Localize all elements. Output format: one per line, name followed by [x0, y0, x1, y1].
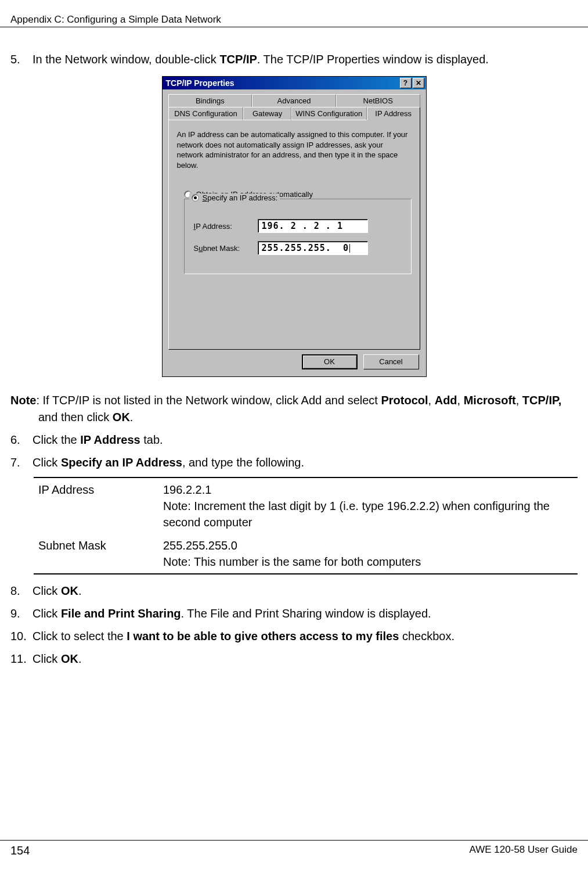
radio-specify[interactable]: Specify an IP address: — [189, 193, 280, 202]
table-row: Subnet Mask 255.255.255.0 Note: This num… — [34, 534, 578, 574]
window-title: TCP/IP Properties — [166, 78, 235, 88]
dialog-buttons: OK Cancel — [168, 350, 420, 371]
page-header: Appendix C: Configuring a Simple Data Ne… — [0, 14, 588, 30]
section-title: Appendix C: Configuring a Simple Data Ne… — [0, 14, 588, 26]
page-footer: 154 AWE 120-58 User Guide — [0, 840, 588, 857]
page-number: 154 — [10, 844, 30, 857]
step-number: 5. — [10, 51, 26, 68]
tcpip-properties-dialog: TCP/IP Properties ? ✕ Bindings Advanced … — [162, 76, 427, 377]
step-text: In the Network window, double-click TCP/… — [33, 51, 578, 68]
subnet-mask-label: Subnet Mask: — [194, 244, 258, 253]
cell-label: IP Address — [34, 477, 158, 534]
page-content: 5. In the Network window, double-click T… — [10, 51, 578, 673]
step-text: Click Specify an IP Address, and type th… — [33, 454, 578, 471]
ok-button[interactable]: OK — [302, 354, 358, 369]
step-6: 6. Click the IP Address tab. — [10, 432, 578, 448]
subnet-mask-input[interactable]: 255.255.255. 0 — [258, 241, 368, 255]
tab-panel: An IP address can be automatically assig… — [168, 120, 420, 350]
step-text: Click File and Print Sharing. The File a… — [33, 605, 578, 622]
ip-address-input[interactable]: 196. 2 . 2 . 1 — [258, 219, 368, 233]
titlebar: TCP/IP Properties ? ✕ — [163, 77, 426, 89]
note-block: Note: If TCP/IP is not listed in the Net… — [10, 392, 578, 426]
radio-label: Specify an IP address: — [203, 193, 278, 202]
step-8: 8. Click OK. — [10, 583, 578, 599]
tab-wins[interactable]: WINS Configuration — [291, 107, 367, 120]
tab-bindings[interactable]: Bindings — [168, 94, 252, 107]
step-9: 9. Click File and Print Sharing. The Fil… — [10, 605, 578, 622]
text-cursor — [349, 244, 350, 253]
step-number: 9. — [10, 605, 26, 622]
step-text: Click to select the I want to be able to… — [33, 628, 578, 645]
step-number: 8. — [10, 583, 26, 599]
close-button[interactable]: ✕ — [413, 78, 424, 88]
step-10: 10. Click to select the I want to be abl… — [10, 628, 578, 645]
tabs-row-back: Bindings Advanced NetBIOS — [168, 94, 420, 107]
header-divider — [0, 27, 588, 27]
step-number: 6. — [10, 432, 26, 448]
panel-description: An IP address can be automatically assig… — [177, 130, 412, 173]
step-number: 10. — [10, 628, 26, 645]
step-text: Click OK. — [33, 583, 578, 599]
help-button[interactable]: ? — [400, 78, 412, 88]
dialog-body: Bindings Advanced NetBIOS DNS Configurat… — [163, 89, 426, 376]
step-number: 11. — [10, 651, 26, 667]
cell-value: 196.2.2.1 Note: Increment the last digit… — [158, 477, 578, 534]
tab-gateway[interactable]: Gateway — [243, 107, 291, 120]
cancel-button[interactable]: Cancel — [363, 354, 419, 369]
step-text: Click the IP Address tab. — [33, 432, 578, 448]
tab-netbios[interactable]: NetBIOS — [336, 94, 420, 107]
tab-advanced[interactable]: Advanced — [252, 94, 336, 107]
radio-icon — [192, 194, 199, 202]
cell-label: Subnet Mask — [34, 534, 158, 574]
ip-address-row: IP Address: 196. 2 . 2 . 1 — [194, 219, 402, 233]
document-title: AWE 120-58 User Guide — [470, 844, 578, 857]
step-7: 7. Click Specify an IP Address, and type… — [10, 454, 578, 471]
step-5: 5. In the Network window, double-click T… — [10, 51, 578, 68]
titlebar-buttons: ? ✕ — [400, 78, 424, 88]
table-row: IP Address 196.2.2.1 Note: Increment the… — [34, 477, 578, 534]
step-text: Click OK. — [33, 651, 578, 667]
subnet-mask-row: Subnet Mask: 255.255.255. 0 — [194, 241, 402, 255]
dialog-screenshot: TCP/IP Properties ? ✕ Bindings Advanced … — [10, 76, 578, 377]
ip-settings-table: IP Address 196.2.2.1 Note: Increment the… — [34, 477, 578, 574]
specify-group: Specify an IP address: IP Address: 196. … — [184, 199, 412, 274]
tab-ip-address[interactable]: IP Address — [367, 107, 420, 120]
cell-value: 255.255.255.0 Note: This number is the s… — [158, 534, 578, 574]
step-11: 11. Click OK. — [10, 651, 578, 667]
ip-address-label: IP Address: — [194, 222, 258, 231]
tabs-row-front: DNS Configuration Gateway WINS Configura… — [168, 107, 420, 120]
tab-dns[interactable]: DNS Configuration — [168, 107, 244, 120]
step-number: 7. — [10, 454, 26, 471]
